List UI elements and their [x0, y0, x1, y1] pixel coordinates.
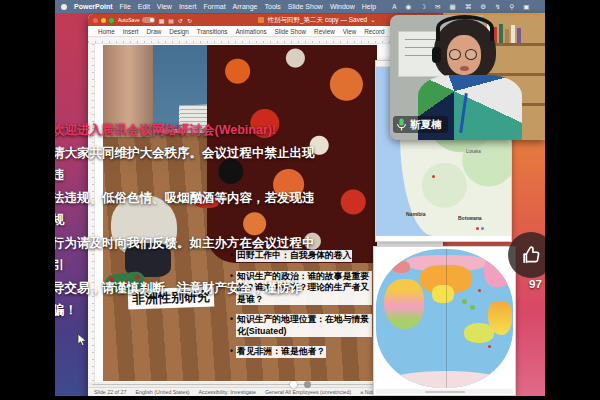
- menu-item-insert[interactable]: Insert: [179, 3, 197, 10]
- map-region: [392, 261, 410, 273]
- glasses-icon: [449, 49, 461, 60]
- autosave-label: AutoSave: [118, 17, 140, 23]
- save-icon[interactable]: ▤: [168, 17, 174, 24]
- traffic-lights: [93, 18, 114, 23]
- autosave-toggle[interactable]: AutoSave: [118, 17, 155, 23]
- tab-insert[interactable]: Insert: [123, 28, 139, 35]
- menu-item-file[interactable]: File: [120, 3, 131, 10]
- status-icon-7[interactable]: ↯: [495, 3, 500, 11]
- headphone-band-icon: [436, 15, 494, 41]
- status-icon-0[interactable]: A: [392, 3, 396, 10]
- tab-record[interactable]: Record: [364, 28, 384, 35]
- participant-video-panel[interactable]: 靳夏楠: [390, 15, 545, 140]
- minimize-button[interactable]: [101, 18, 106, 23]
- map-marker: [481, 227, 484, 230]
- notice-line: 行为请及时向我们反馈。如主办方在会议过程中引: [55, 232, 320, 277]
- control-center-icon[interactable]: ▣: [523, 3, 529, 11]
- mouth: [460, 66, 469, 71]
- status-icon-5[interactable]: ⌘: [465, 3, 472, 11]
- participant-name-tag: 靳夏楠: [393, 116, 448, 133]
- sensitivity-label[interactable]: General All Employees (unrestricted): [265, 389, 351, 395]
- tab-view[interactable]: View: [343, 28, 357, 35]
- status-icon-6[interactable]: ⚙: [480, 3, 486, 11]
- menu-app-name[interactable]: PowerPoint: [74, 3, 113, 10]
- apple-menu-icon[interactable]: [61, 4, 67, 10]
- redo-icon[interactable]: ↻: [187, 17, 192, 24]
- menu-item-view[interactable]: View: [157, 3, 172, 10]
- slide-indicator: Slide 22 of 27: [94, 389, 126, 395]
- menu-item-tools[interactable]: Tools: [265, 3, 281, 10]
- autosave-switch-icon: [142, 17, 155, 23]
- scrubber-knob[interactable]: [290, 381, 297, 388]
- microphone-icon: [396, 118, 407, 131]
- language-button[interactable]: English (United States): [135, 389, 189, 395]
- welcome-title: 欢迎进入腾讯会议网络研讨会(Webinar)!: [55, 119, 320, 142]
- map-fold-line: [446, 249, 447, 388]
- accessibility-button[interactable]: Accessibility: Investigate: [199, 389, 256, 395]
- map-region-africa: [384, 279, 424, 329]
- maximize-button[interactable]: [109, 18, 114, 23]
- status-icon-1[interactable]: ◉: [406, 3, 412, 11]
- undo-icon[interactable]: ↺: [178, 17, 183, 24]
- map-region: [462, 299, 467, 304]
- menu-item-arrange[interactable]: Arrange: [233, 3, 258, 10]
- video-frame: PowerPoint File Edit View Insert Format …: [0, 0, 600, 400]
- tab-animations[interactable]: Animations: [235, 28, 266, 35]
- tab-slideshow[interactable]: Slide Show: [275, 28, 307, 35]
- map-region: [488, 301, 512, 335]
- macos-menu-bar: PowerPoint File Edit View Insert Format …: [55, 0, 545, 13]
- search-icon[interactable]: ⚲: [509, 3, 514, 11]
- tab-draw[interactable]: Draw: [147, 28, 162, 35]
- scrubber-secondary-knob[interactable]: [304, 381, 311, 388]
- map-label-botswana: Botswana: [458, 215, 482, 221]
- menu-item-window[interactable]: Window: [330, 3, 355, 10]
- participant-face: [447, 35, 481, 75]
- shared-screen: PowerPoint File Edit View Insert Format …: [55, 0, 545, 396]
- status-icon-3[interactable]: ✉: [435, 3, 440, 11]
- mouse-cursor-icon: [77, 333, 87, 347]
- bullet-item: • 看见非洲：谁是他者？: [230, 346, 372, 358]
- participant-name: 靳夏楠: [410, 118, 442, 132]
- bullet-icon: •: [230, 346, 233, 358]
- map-label-namibia: Namibia: [406, 211, 425, 217]
- document-icon: [258, 17, 264, 23]
- menu-item-edit[interactable]: Edit: [138, 3, 150, 10]
- tab-home[interactable]: Home: [98, 28, 115, 35]
- world-map-window[interactable]: [373, 246, 516, 396]
- tab-review[interactable]: Review: [314, 28, 335, 35]
- status-icon-2[interactable]: ☽: [420, 3, 426, 11]
- menu-item-slideshow[interactable]: Slide Show: [288, 3, 323, 10]
- webinar-notice-overlay: 欢迎进入腾讯会议网络研讨会(Webinar)! 请大家共同维护大会秩序。会议过程…: [55, 119, 320, 322]
- world-map: [376, 249, 513, 388]
- headphone-earcup-icon: [432, 47, 441, 63]
- notice-line: 请大家共同维护大会秩序。会议过程中禁止出现违: [55, 142, 320, 187]
- map-marker: [476, 227, 479, 230]
- notice-line: 导交易，请谨慎判断，注意财产安全，谨防诈骗！: [55, 277, 320, 322]
- map-scrollbar[interactable]: [376, 389, 513, 394]
- close-button[interactable]: [93, 18, 98, 23]
- map-region: [432, 285, 454, 303]
- map-marker: [488, 345, 491, 348]
- notes-icon: ≡: [360, 389, 363, 395]
- map-region: [470, 305, 475, 310]
- glasses-icon: [465, 49, 477, 60]
- map-marker: [432, 175, 435, 178]
- thumbs-up-icon: [520, 244, 542, 266]
- map-marker: [478, 289, 481, 292]
- map-label-lusaka: Lusaka: [466, 149, 481, 154]
- notice-line: 法违规、低俗色情、吸烟酗酒等内容，若发现违规: [55, 187, 320, 232]
- menu-item-help[interactable]: Help: [362, 3, 376, 10]
- status-icon-4[interactable]: ▦: [449, 3, 455, 11]
- menu-item-format[interactable]: Format: [203, 3, 225, 10]
- title-chevron-icon[interactable]: ⌄: [370, 16, 375, 24]
- app-grid-icon[interactable]: ▦: [159, 17, 165, 24]
- tab-design[interactable]: Design: [169, 28, 189, 35]
- like-count: 97: [529, 278, 542, 290]
- tab-transitions[interactable]: Transitions: [197, 28, 228, 35]
